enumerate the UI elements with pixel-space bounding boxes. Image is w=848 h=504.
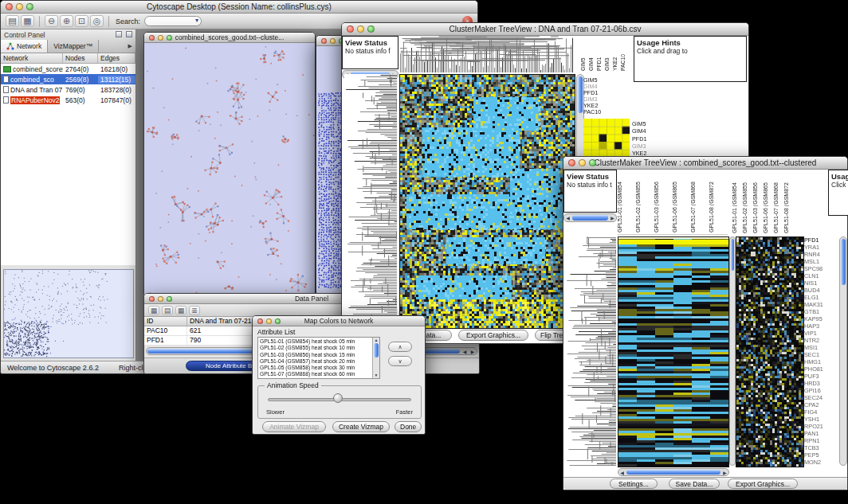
maximize-icon[interactable]: [167, 296, 172, 302]
scroll-left-icon[interactable]: ◀: [461, 348, 469, 354]
heatmap-canvas[interactable]: [400, 75, 575, 328]
close-icon[interactable]: [257, 318, 263, 324]
close-panel-icon[interactable]: [126, 31, 132, 37]
gene-label[interactable]: KAP95: [804, 315, 830, 322]
close-icon[interactable]: [149, 296, 155, 302]
close-icon[interactable]: [6, 3, 13, 10]
export-graphics-button[interactable]: Export Graphics...: [458, 330, 528, 341]
delete-attribute-icon[interactable]: ▦: [175, 306, 186, 315]
move-up-button[interactable]: ∧: [388, 342, 412, 352]
float-panel-icon[interactable]: [116, 31, 122, 37]
gene-label[interactable]: HAP3: [804, 322, 830, 330]
network-graph-canvas[interactable]: [144, 43, 315, 295]
network-row[interactable]: combined_sco 2569(8) 13112(15): [1, 74, 135, 84]
maximize-icon[interactable]: [367, 25, 375, 33]
vertical-scrollbar[interactable]: [839, 236, 847, 466]
scroll-down-icon[interactable]: ▼: [373, 373, 379, 378]
gene-label[interactable]: PHO81: [804, 365, 830, 373]
main-titlebar[interactable]: Cytoscape Desktop (Session Name: collins…: [1, 1, 477, 14]
search-input[interactable]: ▾: [144, 16, 202, 26]
tab-overflow-arrow-icon[interactable]: ▶: [125, 40, 135, 53]
attribute-item[interactable]: GPL51-05 (GSM858) heat shock 30 min: [260, 365, 371, 371]
done-button[interactable]: Done: [395, 421, 422, 432]
scrollbar-thumb[interactable]: [374, 343, 379, 357]
gene-label[interactable]: MSI1: [804, 344, 830, 351]
gene-label[interactable]: SEC1: [804, 351, 830, 358]
scroll-right-icon[interactable]: ▶: [721, 469, 728, 475]
scrollbar-thumb[interactable]: [578, 76, 583, 113]
gene-label[interactable]: YRA1: [804, 244, 830, 251]
maximize-icon[interactable]: [26, 3, 33, 10]
gene-label[interactable]: FIG4: [804, 408, 830, 416]
gene-label[interactable]: SPC98: [804, 265, 830, 272]
gene-label[interactable]: GIM3: [632, 143, 659, 150]
create-vizmap-button[interactable]: Create Vizmap: [332, 421, 390, 432]
network-overview-thumbnail[interactable]: [3, 269, 134, 358]
gene-label[interactable]: ELG1: [804, 294, 830, 301]
combo-arrow-icon[interactable]: ▾: [195, 17, 198, 24]
tab-vizmapper[interactable]: VizMapper™: [48, 40, 99, 53]
gene-label[interactable]: PAN1: [804, 430, 830, 437]
minimize-icon[interactable]: [330, 38, 336, 44]
speed-slider-thumb[interactable]: [333, 393, 343, 403]
save-icon[interactable]: ▦: [21, 15, 34, 27]
horizontal-scrollbar[interactable]: ◀ ▶: [563, 213, 617, 222]
attribute-item[interactable]: GPL51-04 (GSM857) heat shock 20 min: [260, 358, 371, 365]
zoom-out-icon[interactable]: ⊖: [45, 15, 58, 27]
scrollbar-thumb[interactable]: [731, 239, 734, 271]
vertical-scrollbar[interactable]: ▲ ▼: [372, 338, 379, 378]
gene-label[interactable]: MSL1: [804, 258, 830, 265]
gene-label[interactable]: PFD1: [632, 135, 659, 143]
minimize-icon[interactable]: [357, 25, 364, 33]
maximize-icon[interactable]: [275, 318, 281, 324]
heatmap-zoom-canvas[interactable]: [618, 237, 728, 467]
gene-label[interactable]: CLN1: [804, 272, 830, 279]
close-icon[interactable]: [347, 25, 354, 33]
horizontal-scrollbar[interactable]: ◀ ▶: [618, 468, 729, 476]
minimize-icon[interactable]: [158, 35, 163, 41]
gene-label[interactable]: CPA2: [804, 401, 830, 408]
treeview2-titlebar[interactable]: ClusterMaker TreeView : combined_scores_…: [563, 157, 847, 170]
scroll-left-icon[interactable]: ◀: [564, 214, 571, 221]
network-row[interactable]: RNAPuberNov2 563(0) 107847(0): [1, 95, 135, 105]
gene-label[interactable]: PUF3: [804, 373, 830, 380]
gene-label[interactable]: YSH1: [804, 416, 830, 423]
gene-label[interactable]: NTR2: [804, 337, 830, 344]
export-graphics-button[interactable]: Export Graphics...: [728, 479, 798, 489]
minimize-icon[interactable]: [579, 159, 586, 166]
minimize-icon[interactable]: [158, 296, 163, 302]
gene-label[interactable]: PFD1: [804, 236, 830, 244]
gene-label[interactable]: GPI16: [804, 387, 830, 394]
scroll-up-icon[interactable]: ▲: [373, 338, 379, 343]
gene-label[interactable]: MON2: [804, 459, 830, 466]
attribute-item[interactable]: GPL51-03 (GSM856) heat shock 15 min: [260, 352, 371, 358]
minimize-icon[interactable]: [266, 318, 272, 324]
zoom-selected-icon[interactable]: ◎: [90, 15, 104, 27]
gene-label[interactable]: MAK31: [804, 301, 830, 308]
attribute-list[interactable]: GPL51-01 (GSM854) heat shock 05 minGPL51…: [257, 337, 380, 379]
gene-label[interactable]: TCB3: [804, 444, 830, 451]
tab-network[interactable]: Network: [1, 40, 48, 53]
close-icon[interactable]: [149, 35, 155, 41]
maximize-icon[interactable]: [167, 35, 172, 41]
gene-label[interactable]: PEP5: [804, 451, 830, 459]
column-edges[interactable]: Edges: [98, 53, 135, 63]
save-data-button[interactable]: Save Data...: [669, 479, 720, 489]
open-folder-icon[interactable]: ▤: [6, 15, 19, 27]
column-network[interactable]: Network: [1, 53, 63, 63]
scrollbar-thumb[interactable]: [841, 239, 846, 285]
zoom-fit-icon[interactable]: ⊡: [75, 15, 88, 27]
column-dendrogram[interactable]: [399, 36, 574, 72]
move-down-button[interactable]: ∨: [388, 356, 412, 366]
gene-label[interactable]: PAC10: [583, 109, 610, 115]
column-id[interactable]: ID: [144, 317, 187, 326]
select-attributes-icon[interactable]: ▦: [148, 306, 159, 315]
attribute-db-icon[interactable]: ≣: [189, 306, 200, 315]
scroll-left-icon[interactable]: ◀: [618, 469, 626, 475]
dialog-titlebar[interactable]: Map Colors to Network: [253, 316, 425, 326]
settings-button[interactable]: Settings...: [610, 479, 658, 489]
gene-label[interactable]: HRD3: [804, 380, 830, 387]
row-dendrogram[interactable]: [344, 74, 397, 321]
gene-label[interactable]: NIS1: [804, 279, 830, 287]
heatmap-global-canvas[interactable]: [736, 237, 803, 467]
